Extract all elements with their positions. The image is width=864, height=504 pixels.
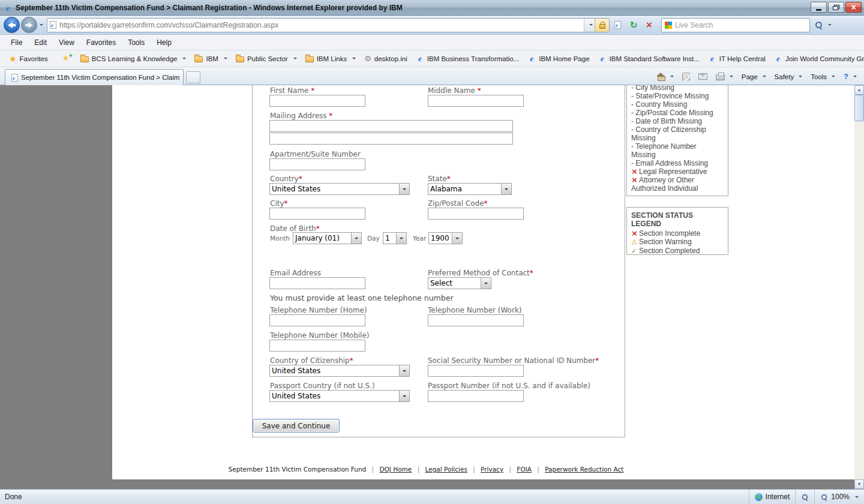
new-tab-button[interactable] bbox=[186, 71, 200, 83]
missing-item: - Telephone Number Missing bbox=[631, 142, 702, 159]
check-icon bbox=[631, 247, 639, 256]
menu-favorites[interactable]: Favorites bbox=[80, 36, 122, 49]
close-button[interactable] bbox=[845, 2, 862, 13]
tab-favicon-icon bbox=[11, 74, 18, 82]
favorites-item-public-sector[interactable]: Public Sector bbox=[232, 53, 301, 64]
recent-pages-chevron-icon[interactable] bbox=[40, 24, 43, 28]
address-bar[interactable]: https://portaldev.garretsonfirm.com/vcfs… bbox=[47, 18, 610, 32]
favorites-item-it-help-central[interactable]: IT Help Central bbox=[704, 53, 770, 64]
passport-number-input[interactable] bbox=[428, 390, 524, 402]
favorites-item-label: desktop.ini bbox=[374, 55, 407, 62]
email-label: Email Address bbox=[270, 269, 321, 277]
contact-method-select[interactable]: Select bbox=[428, 277, 491, 289]
favorites-item-label: IBM bbox=[206, 55, 218, 62]
stop-button[interactable] bbox=[642, 17, 656, 33]
tools-menu-button[interactable]: Tools bbox=[807, 71, 839, 82]
favorites-item-ibm-standard-software[interactable]: IBM Standard Software Inst... bbox=[594, 53, 704, 64]
city-input[interactable] bbox=[269, 208, 365, 220]
safety-menu-label: Safety bbox=[775, 73, 794, 80]
minimize-button[interactable] bbox=[811, 2, 827, 13]
forward-button[interactable] bbox=[21, 17, 37, 33]
add-favorite-button[interactable] bbox=[58, 52, 76, 65]
phone-home-input[interactable] bbox=[269, 314, 365, 326]
footer-link-doj-home[interactable]: DOJ Home bbox=[380, 466, 412, 473]
ssn-input[interactable] bbox=[428, 365, 524, 377]
folder-icon bbox=[194, 56, 203, 62]
passport-country-select[interactable]: United States bbox=[269, 390, 410, 402]
close-icon bbox=[851, 2, 856, 13]
zoom-control[interactable]: 100% bbox=[814, 490, 864, 504]
scrollbar-thumb[interactable] bbox=[854, 95, 864, 121]
dob-month-select[interactable]: January (01) bbox=[293, 232, 362, 244]
phone-mobile-input[interactable] bbox=[269, 340, 365, 352]
section-status-panel: - City Missing - State/Province Missing … bbox=[626, 85, 728, 196]
save-and-continue-button[interactable]: Save and Continue bbox=[253, 419, 340, 433]
favorites-item-ibm-home-page[interactable]: IBM Home Page bbox=[523, 53, 593, 64]
footer-link-legal-policies[interactable]: Legal Policies bbox=[425, 466, 467, 473]
zip-label: Zip/Postal Code* bbox=[428, 199, 488, 208]
phone-home-label: Telephone Number (Home) bbox=[270, 306, 367, 314]
footer-link-paperwork-reduction-act[interactable]: Paperwork Reduction Act bbox=[545, 466, 623, 473]
mailing-address-line2-input[interactable] bbox=[269, 133, 513, 145]
menu-edit[interactable]: Edit bbox=[28, 36, 53, 49]
middle-name-input[interactable] bbox=[428, 95, 524, 107]
chevron-down-icon bbox=[293, 58, 297, 61]
search-box[interactable]: Live Search bbox=[661, 18, 810, 32]
footer-link-privacy[interactable]: Privacy bbox=[481, 466, 503, 473]
dob-year-select[interactable]: 1900 bbox=[428, 232, 463, 244]
first-name-input[interactable] bbox=[269, 95, 365, 107]
print-button[interactable] bbox=[712, 71, 737, 82]
mailing-address-line1-input[interactable] bbox=[269, 120, 513, 132]
menu-view[interactable]: View bbox=[53, 36, 80, 49]
incomplete-section-item: Attorney or Other Authorized Individual bbox=[631, 176, 721, 193]
citizenship-select[interactable]: United States bbox=[269, 365, 410, 377]
favorites-item-ibm[interactable]: IBM bbox=[190, 53, 231, 64]
security-lock-button[interactable] bbox=[595, 19, 609, 32]
magnifier-icon bbox=[815, 21, 823, 29]
url-text[interactable]: https://portaldev.garretsonfirm.com/vcfs… bbox=[59, 21, 584, 29]
search-placeholder[interactable]: Live Search bbox=[675, 21, 713, 29]
favorites-item-desktop-ini[interactable]: desktop.ini bbox=[360, 52, 412, 65]
favorites-item-bcs-learning[interactable]: BCS Learning & Knowledge bbox=[76, 53, 191, 64]
favorites-button[interactable]: Favorites bbox=[5, 53, 52, 65]
search-options-chevron-icon[interactable] bbox=[828, 24, 832, 28]
home-button[interactable] bbox=[653, 71, 677, 82]
apartment-input[interactable] bbox=[269, 158, 365, 170]
favorites-item-label: IBM Home Page bbox=[539, 55, 589, 62]
citizenship-label: Country of Citizenship* bbox=[270, 356, 353, 365]
menu-file[interactable]: File bbox=[5, 36, 28, 49]
country-label: Country* bbox=[270, 175, 302, 183]
favorites-item-ibm-business-transformation[interactable]: IBM Business Transformatio... bbox=[412, 53, 523, 64]
dob-day-select[interactable]: 1 bbox=[383, 232, 407, 244]
vertical-scrollbar[interactable] bbox=[854, 85, 864, 489]
restore-button[interactable] bbox=[828, 2, 844, 13]
menu-bar: File Edit View Favorites Tools Help bbox=[0, 35, 864, 50]
zoom-magnifier-icon bbox=[821, 493, 827, 500]
tab-active[interactable]: September 11th Victim Compensation Fund … bbox=[5, 69, 184, 85]
address-dropdown-button[interactable] bbox=[584, 19, 595, 32]
contact-method-label: Preferred Method of Contact* bbox=[428, 269, 533, 277]
help-button[interactable] bbox=[840, 70, 860, 83]
zip-input[interactable] bbox=[428, 208, 524, 220]
scroll-down-button[interactable] bbox=[854, 479, 864, 489]
email-input[interactable] bbox=[269, 277, 365, 289]
compatibility-view-button[interactable] bbox=[611, 17, 625, 33]
country-select[interactable]: United States bbox=[269, 183, 410, 195]
search-button[interactable] bbox=[811, 17, 826, 33]
refresh-button[interactable] bbox=[626, 17, 641, 33]
favorites-item-ibm-links[interactable]: IBM Links bbox=[301, 53, 361, 64]
read-mail-button[interactable] bbox=[695, 71, 711, 82]
footer-link-foia[interactable]: FOIA bbox=[517, 466, 532, 473]
change-zoom-button[interactable] bbox=[795, 490, 814, 504]
favorites-item-join-world-community-grid[interactable]: Join World Community Grid bbox=[770, 53, 864, 64]
scroll-up-button[interactable] bbox=[854, 85, 864, 95]
menu-help[interactable]: Help bbox=[151, 36, 178, 49]
window-title: September 11th Victim Compensation Fund … bbox=[16, 4, 403, 12]
menu-tools[interactable]: Tools bbox=[122, 36, 151, 49]
phone-work-input[interactable] bbox=[428, 314, 524, 326]
page-menu-button[interactable]: Page bbox=[738, 71, 770, 82]
state-select[interactable]: Alabama bbox=[428, 183, 512, 195]
safety-menu-button[interactable]: Safety bbox=[771, 71, 806, 82]
back-button[interactable] bbox=[4, 17, 20, 33]
feeds-button[interactable] bbox=[679, 71, 694, 82]
